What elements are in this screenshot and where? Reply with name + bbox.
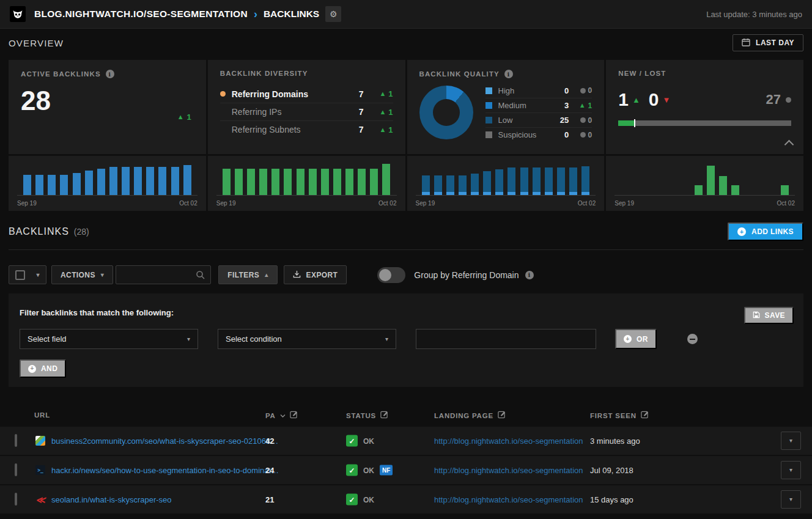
triangle-up-icon: ▲: [579, 102, 586, 109]
info-icon[interactable]: i: [504, 70, 513, 78]
add-links-button[interactable]: + ADD LINKS: [728, 223, 803, 241]
gear-icon: ⚙: [330, 9, 338, 19]
plus-circle-icon: +: [624, 335, 632, 343]
active-backlinks-chart: Sep 19Oct 02: [9, 156, 206, 211]
filter-value-input[interactable]: [416, 329, 596, 349]
landing-page-link[interactable]: http://blog.nightwatch.io/seo-segmentati…: [434, 495, 583, 504]
add-and-condition-button[interactable]: + AND: [20, 359, 66, 378]
favicon-seoland: ≪: [35, 495, 45, 504]
actions-dropdown-button[interactable]: ACTIONS ▾: [51, 265, 113, 284]
new-lost-title: NEW / LOST: [618, 70, 666, 77]
chevron-down-icon: ▾: [789, 496, 792, 502]
high-color-swatch: [485, 87, 492, 94]
orange-dot-icon: [220, 91, 226, 97]
diversity-row-referring-subnets[interactable]: Referring Subnets 7 ▲1: [220, 120, 393, 138]
row-checkbox[interactable]: [15, 434, 17, 447]
favicon-hackr: >_: [35, 465, 45, 475]
settings-gear-button[interactable]: ⚙: [325, 6, 341, 22]
new-lost-progress-bar: [618, 120, 791, 126]
backlink-url-link[interactable]: hackr.io/news/seo/how-to-use-segmentatio…: [51, 466, 279, 475]
row-checkbox[interactable]: [15, 463, 17, 476]
date-range-button[interactable]: LAST DAY: [733, 34, 803, 51]
overview-cards: ACTIVE BACKLINKS i 28 ▲ 1 BACKLINK DIVER…: [9, 60, 803, 154]
nightwatch-logo-icon: [10, 6, 26, 22]
overview-charts: Sep 19Oct 02 Sep 19Oct 02 Sep 19Oct 02 S…: [9, 156, 803, 211]
add-or-condition-button[interactable]: + OR: [615, 329, 657, 349]
triangle-up-icon: ▲: [177, 114, 184, 120]
column-header-status[interactable]: STATUS: [346, 411, 388, 420]
x-axis: [216, 195, 397, 196]
column-header-first-seen[interactable]: FIRST SEEN: [590, 411, 649, 420]
breadcrumb-site[interactable]: BLOG.NIGHTWATCH.IO/SEO-SEGMENTATION: [34, 9, 248, 20]
edit-column-icon[interactable]: [380, 411, 388, 420]
table-controls: ▾ ACTIONS ▾ FILTERS ▴ EXPORT Group by Re…: [9, 265, 803, 284]
plus-circle-icon: +: [737, 227, 746, 236]
quality-legend: High 0 0 Medium 3 ▲1 Low 25 0: [485, 83, 592, 142]
row-actions-dropdown[interactable]: ▾: [781, 432, 801, 450]
status-ok-check-icon: ✓: [346, 435, 358, 447]
nofollow-badge: NF: [380, 465, 393, 476]
breadcrumb-chevron-icon: ›: [254, 9, 257, 20]
export-button[interactable]: EXPORT: [284, 265, 347, 284]
quality-donut: [419, 86, 473, 139]
low-color-swatch: [485, 117, 492, 123]
referring-domains-chart: Sep 19Oct 02: [208, 156, 405, 211]
legend-row-high: High 0 0: [485, 83, 592, 98]
edit-column-icon[interactable]: [641, 411, 649, 420]
row-actions-dropdown[interactable]: ▾: [781, 490, 801, 509]
triangle-up-icon: ▲: [379, 109, 386, 116]
select-all-dropdown[interactable]: ▾: [9, 265, 46, 284]
collapse-overview-chevron-icon[interactable]: [784, 140, 794, 150]
date-range-label: LAST DAY: [756, 39, 794, 47]
status-label: OK: [363, 466, 374, 474]
group-by-domain-toggle[interactable]: [377, 267, 405, 283]
landing-page-link[interactable]: http://blog.nightwatch.io/seo-segmentati…: [434, 466, 583, 475]
filters-toggle-button[interactable]: FILTERS ▴: [218, 265, 277, 284]
column-header-url[interactable]: URL: [34, 411, 50, 419]
first-seen-value: 3 minutes ago: [590, 436, 640, 446]
backlinks-section-header: BACKLINKS (28) + ADD LINKS: [9, 221, 803, 242]
plus-circle-icon: +: [28, 365, 36, 373]
chevron-down-icon: ▾: [789, 467, 792, 473]
progress-tick: [634, 119, 635, 127]
edit-column-icon[interactable]: [290, 411, 298, 420]
diversity-row-referring-ips[interactable]: Referring IPs 7 ▲1: [220, 103, 393, 120]
info-icon[interactable]: i: [525, 271, 534, 279]
triangle-up-icon: ▲: [379, 90, 386, 97]
select-all-checkbox[interactable]: [15, 270, 25, 280]
triangle-up-icon: ▲: [632, 96, 640, 104]
column-header-pa[interactable]: PA: [265, 411, 298, 420]
backlink-url-link[interactable]: seoland.in/what-is-skyscraper-seo: [51, 495, 172, 504]
row-actions-dropdown[interactable]: ▾: [781, 461, 801, 479]
backlink-quality-chart: Sep 19Oct 02: [407, 156, 605, 211]
remove-condition-button[interactable]: [687, 334, 698, 344]
floppy-save-icon: [753, 311, 760, 320]
filter-panel-heading: Filter backlinks that match the followin…: [20, 308, 174, 317]
filter-condition-select[interactable]: Select condition ▾: [218, 329, 396, 349]
backlinks-count: (28): [74, 227, 89, 237]
suspicious-color-swatch: [485, 131, 492, 138]
backlink-url-link[interactable]: business2community.com/seo/what-is-skysc…: [51, 436, 278, 446]
overview-header: OVERVIEW LAST DAY: [0, 29, 812, 56]
search-icon: [196, 270, 205, 282]
filter-field-select[interactable]: Select field ▾: [20, 329, 198, 349]
sort-caret-icon: [280, 411, 286, 419]
column-header-landing-page[interactable]: LANDING PAGE: [434, 411, 506, 420]
edit-column-icon[interactable]: [498, 411, 506, 420]
chevron-down-icon: ▾: [37, 272, 40, 278]
backlinks-table: URL PA STATUS LANDING PAGE FIRST SEEN: [0, 403, 812, 519]
triangle-up-icon: ▲: [379, 127, 386, 133]
x-axis: [17, 195, 197, 196]
save-filter-button[interactable]: SAVE: [744, 307, 794, 324]
progress-new-segment: [618, 120, 633, 126]
first-seen-value: 15 days ago: [590, 495, 633, 504]
info-icon[interactable]: i: [106, 70, 114, 78]
row-checkbox[interactable]: [15, 493, 17, 506]
landing-page-link[interactable]: http://blog.nightwatch.io/seo-segmentati…: [434, 436, 583, 446]
first-seen-value: Jul 09, 2018: [590, 466, 633, 475]
status-ok-check-icon: ✓: [346, 465, 358, 476]
pa-value: 42: [265, 436, 274, 446]
active-backlinks-card: ACTIVE BACKLINKS i 28 ▲ 1: [9, 60, 206, 154]
diversity-row-referring-domains[interactable]: Referring Domains 7 ▲1: [220, 85, 393, 103]
breadcrumb-section[interactable]: BACKLINKS: [264, 9, 319, 20]
